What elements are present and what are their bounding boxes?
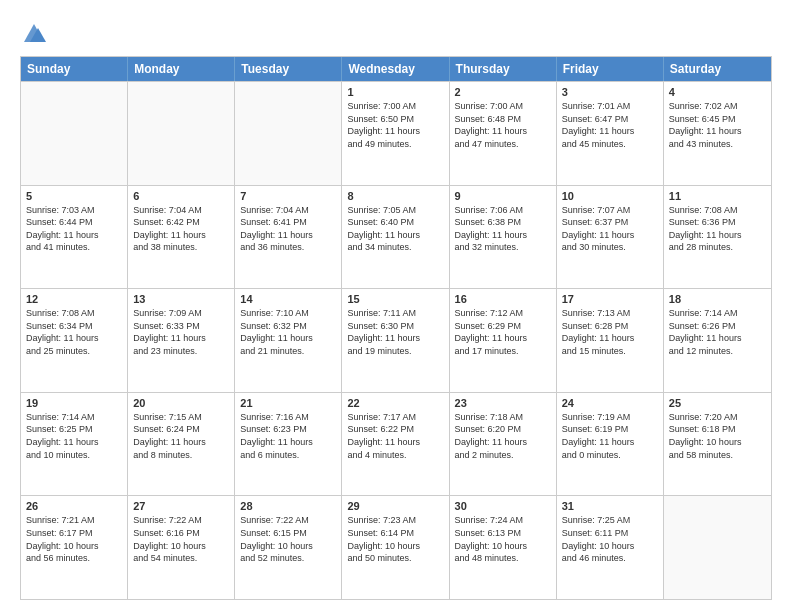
day-info: Sunrise: 7:18 AM Sunset: 6:20 PM Dayligh…	[455, 411, 551, 461]
day-cell-2: 2Sunrise: 7:00 AM Sunset: 6:48 PM Daylig…	[450, 82, 557, 185]
day-number: 30	[455, 500, 551, 512]
day-info: Sunrise: 7:08 AM Sunset: 6:34 PM Dayligh…	[26, 307, 122, 357]
calendar-body: 1Sunrise: 7:00 AM Sunset: 6:50 PM Daylig…	[21, 81, 771, 599]
day-info: Sunrise: 7:22 AM Sunset: 6:16 PM Dayligh…	[133, 514, 229, 564]
day-cell-20: 20Sunrise: 7:15 AM Sunset: 6:24 PM Dayli…	[128, 393, 235, 496]
day-number: 11	[669, 190, 766, 202]
day-number: 28	[240, 500, 336, 512]
calendar-row-2: 12Sunrise: 7:08 AM Sunset: 6:34 PM Dayli…	[21, 288, 771, 392]
day-number: 18	[669, 293, 766, 305]
day-info: Sunrise: 7:17 AM Sunset: 6:22 PM Dayligh…	[347, 411, 443, 461]
day-cell-9: 9Sunrise: 7:06 AM Sunset: 6:38 PM Daylig…	[450, 186, 557, 289]
day-cell-5: 5Sunrise: 7:03 AM Sunset: 6:44 PM Daylig…	[21, 186, 128, 289]
day-cell-24: 24Sunrise: 7:19 AM Sunset: 6:19 PM Dayli…	[557, 393, 664, 496]
day-info: Sunrise: 7:11 AM Sunset: 6:30 PM Dayligh…	[347, 307, 443, 357]
logo-icon	[20, 20, 48, 48]
day-number: 20	[133, 397, 229, 409]
day-number: 7	[240, 190, 336, 202]
day-cell-31: 31Sunrise: 7:25 AM Sunset: 6:11 PM Dayli…	[557, 496, 664, 599]
day-number: 26	[26, 500, 122, 512]
day-info: Sunrise: 7:13 AM Sunset: 6:28 PM Dayligh…	[562, 307, 658, 357]
day-number: 27	[133, 500, 229, 512]
day-info: Sunrise: 7:14 AM Sunset: 6:26 PM Dayligh…	[669, 307, 766, 357]
day-number: 23	[455, 397, 551, 409]
calendar-row-3: 19Sunrise: 7:14 AM Sunset: 6:25 PM Dayli…	[21, 392, 771, 496]
day-number: 21	[240, 397, 336, 409]
day-cell-16: 16Sunrise: 7:12 AM Sunset: 6:29 PM Dayli…	[450, 289, 557, 392]
calendar-row-0: 1Sunrise: 7:00 AM Sunset: 6:50 PM Daylig…	[21, 81, 771, 185]
day-number: 13	[133, 293, 229, 305]
day-number: 17	[562, 293, 658, 305]
day-info: Sunrise: 7:01 AM Sunset: 6:47 PM Dayligh…	[562, 100, 658, 150]
day-cell-7: 7Sunrise: 7:04 AM Sunset: 6:41 PM Daylig…	[235, 186, 342, 289]
day-info: Sunrise: 7:19 AM Sunset: 6:19 PM Dayligh…	[562, 411, 658, 461]
day-number: 16	[455, 293, 551, 305]
header-cell-wednesday: Wednesday	[342, 57, 449, 81]
day-cell-empty	[21, 82, 128, 185]
day-info: Sunrise: 7:00 AM Sunset: 6:48 PM Dayligh…	[455, 100, 551, 150]
day-cell-11: 11Sunrise: 7:08 AM Sunset: 6:36 PM Dayli…	[664, 186, 771, 289]
header-cell-sunday: Sunday	[21, 57, 128, 81]
day-number: 24	[562, 397, 658, 409]
day-info: Sunrise: 7:20 AM Sunset: 6:18 PM Dayligh…	[669, 411, 766, 461]
day-cell-25: 25Sunrise: 7:20 AM Sunset: 6:18 PM Dayli…	[664, 393, 771, 496]
day-cell-27: 27Sunrise: 7:22 AM Sunset: 6:16 PM Dayli…	[128, 496, 235, 599]
day-cell-14: 14Sunrise: 7:10 AM Sunset: 6:32 PM Dayli…	[235, 289, 342, 392]
day-cell-26: 26Sunrise: 7:21 AM Sunset: 6:17 PM Dayli…	[21, 496, 128, 599]
day-cell-22: 22Sunrise: 7:17 AM Sunset: 6:22 PM Dayli…	[342, 393, 449, 496]
day-info: Sunrise: 7:21 AM Sunset: 6:17 PM Dayligh…	[26, 514, 122, 564]
day-cell-4: 4Sunrise: 7:02 AM Sunset: 6:45 PM Daylig…	[664, 82, 771, 185]
day-info: Sunrise: 7:16 AM Sunset: 6:23 PM Dayligh…	[240, 411, 336, 461]
day-info: Sunrise: 7:05 AM Sunset: 6:40 PM Dayligh…	[347, 204, 443, 254]
day-info: Sunrise: 7:04 AM Sunset: 6:42 PM Dayligh…	[133, 204, 229, 254]
day-info: Sunrise: 7:10 AM Sunset: 6:32 PM Dayligh…	[240, 307, 336, 357]
day-number: 8	[347, 190, 443, 202]
day-number: 3	[562, 86, 658, 98]
day-number: 5	[26, 190, 122, 202]
day-info: Sunrise: 7:12 AM Sunset: 6:29 PM Dayligh…	[455, 307, 551, 357]
day-number: 14	[240, 293, 336, 305]
day-number: 10	[562, 190, 658, 202]
calendar-header-row: SundayMondayTuesdayWednesdayThursdayFrid…	[21, 57, 771, 81]
calendar: SundayMondayTuesdayWednesdayThursdayFrid…	[20, 56, 772, 600]
day-cell-6: 6Sunrise: 7:04 AM Sunset: 6:42 PM Daylig…	[128, 186, 235, 289]
day-number: 1	[347, 86, 443, 98]
day-number: 22	[347, 397, 443, 409]
day-cell-8: 8Sunrise: 7:05 AM Sunset: 6:40 PM Daylig…	[342, 186, 449, 289]
day-cell-29: 29Sunrise: 7:23 AM Sunset: 6:14 PM Dayli…	[342, 496, 449, 599]
header	[20, 16, 772, 48]
header-cell-saturday: Saturday	[664, 57, 771, 81]
day-number: 6	[133, 190, 229, 202]
day-info: Sunrise: 7:24 AM Sunset: 6:13 PM Dayligh…	[455, 514, 551, 564]
day-cell-18: 18Sunrise: 7:14 AM Sunset: 6:26 PM Dayli…	[664, 289, 771, 392]
logo	[20, 20, 52, 48]
day-number: 31	[562, 500, 658, 512]
day-cell-13: 13Sunrise: 7:09 AM Sunset: 6:33 PM Dayli…	[128, 289, 235, 392]
day-number: 4	[669, 86, 766, 98]
header-cell-tuesday: Tuesday	[235, 57, 342, 81]
day-number: 15	[347, 293, 443, 305]
calendar-row-1: 5Sunrise: 7:03 AM Sunset: 6:44 PM Daylig…	[21, 185, 771, 289]
day-info: Sunrise: 7:00 AM Sunset: 6:50 PM Dayligh…	[347, 100, 443, 150]
day-cell-3: 3Sunrise: 7:01 AM Sunset: 6:47 PM Daylig…	[557, 82, 664, 185]
day-number: 25	[669, 397, 766, 409]
page: SundayMondayTuesdayWednesdayThursdayFrid…	[0, 0, 792, 612]
day-number: 19	[26, 397, 122, 409]
day-cell-28: 28Sunrise: 7:22 AM Sunset: 6:15 PM Dayli…	[235, 496, 342, 599]
day-cell-17: 17Sunrise: 7:13 AM Sunset: 6:28 PM Dayli…	[557, 289, 664, 392]
day-info: Sunrise: 7:23 AM Sunset: 6:14 PM Dayligh…	[347, 514, 443, 564]
day-cell-10: 10Sunrise: 7:07 AM Sunset: 6:37 PM Dayli…	[557, 186, 664, 289]
header-cell-monday: Monday	[128, 57, 235, 81]
day-cell-23: 23Sunrise: 7:18 AM Sunset: 6:20 PM Dayli…	[450, 393, 557, 496]
day-info: Sunrise: 7:22 AM Sunset: 6:15 PM Dayligh…	[240, 514, 336, 564]
day-info: Sunrise: 7:08 AM Sunset: 6:36 PM Dayligh…	[669, 204, 766, 254]
day-info: Sunrise: 7:02 AM Sunset: 6:45 PM Dayligh…	[669, 100, 766, 150]
day-cell-empty	[664, 496, 771, 599]
day-info: Sunrise: 7:25 AM Sunset: 6:11 PM Dayligh…	[562, 514, 658, 564]
day-number: 29	[347, 500, 443, 512]
day-number: 2	[455, 86, 551, 98]
day-info: Sunrise: 7:07 AM Sunset: 6:37 PM Dayligh…	[562, 204, 658, 254]
day-number: 9	[455, 190, 551, 202]
day-cell-empty	[128, 82, 235, 185]
day-info: Sunrise: 7:14 AM Sunset: 6:25 PM Dayligh…	[26, 411, 122, 461]
